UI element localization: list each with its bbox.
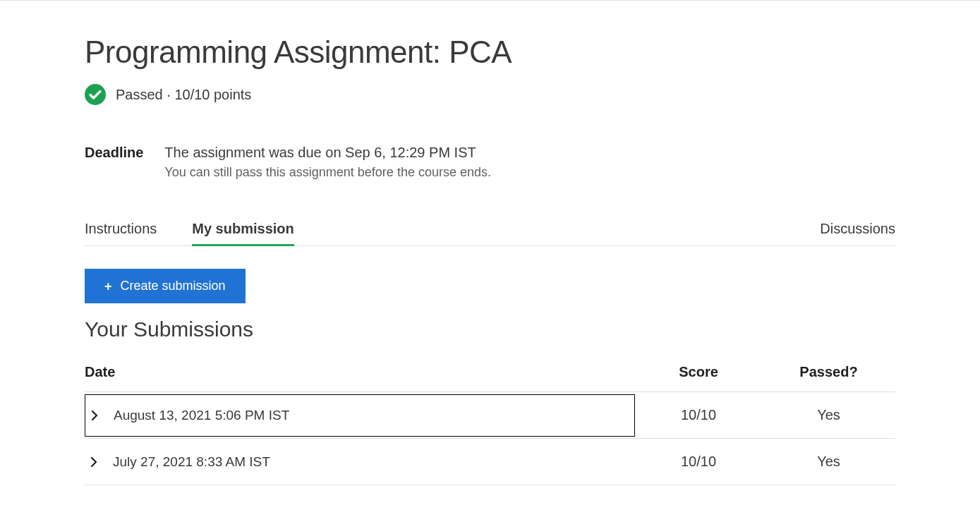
submissions-section-title: Your Submissions: [85, 317, 895, 341]
plus-icon: +: [104, 280, 112, 293]
tab-instructions[interactable]: Instructions: [85, 214, 157, 245]
tab-discussions[interactable]: Discussions: [820, 214, 895, 245]
svg-point-0: [85, 84, 106, 105]
deadline-main-text: The assignment was due on Sep 6, 12:29 P…: [164, 145, 491, 161]
header-date: Date: [85, 364, 635, 380]
submission-score: 10/10: [635, 407, 762, 423]
deadline-sub-text: You can still pass this assignment befor…: [164, 165, 491, 180]
submission-date-cell[interactable]: July 27, 2021 8:33 AM IST: [85, 442, 635, 482]
create-submission-label: Create submission: [121, 279, 226, 293]
deadline-label: Deadline: [85, 145, 143, 180]
submission-date-text: July 27, 2021 8:33 AM IST: [113, 454, 270, 470]
table-header: Date Score Passed?: [85, 364, 895, 392]
check-circle-icon: [85, 84, 106, 105]
submission-score: 10/10: [635, 454, 762, 470]
submission-date-text: August 13, 2021 5:06 PM IST: [114, 408, 289, 423]
submission-passed: Yes: [762, 407, 895, 423]
chevron-right-icon: [87, 456, 100, 468]
header-score: Score: [635, 364, 762, 380]
table-row: July 27, 2021 8:33 AM IST 10/10 Yes: [85, 439, 895, 485]
create-submission-button[interactable]: + Create submission: [85, 269, 246, 303]
table-row: August 13, 2021 5:06 PM IST 10/10 Yes: [85, 392, 895, 439]
header-passed: Passed?: [762, 364, 895, 380]
submissions-table: Date Score Passed? August 13, 2021 5:06 …: [85, 364, 895, 485]
status-row: Passed · 10/10 points: [85, 84, 895, 105]
status-text: Passed · 10/10 points: [116, 87, 251, 103]
page-title: Programming Assignment: PCA: [85, 35, 895, 70]
tabs: Instructions My submission Discussions: [85, 214, 895, 246]
main-container: Programming Assignment: PCA Passed · 10/…: [0, 1, 980, 485]
chevron-right-icon: [88, 409, 101, 422]
tab-my-submission[interactable]: My submission: [192, 214, 294, 246]
deadline-row: Deadline The assignment was due on Sep 6…: [85, 145, 895, 180]
submission-passed: Yes: [762, 454, 895, 470]
deadline-content: The assignment was due on Sep 6, 12:29 P…: [164, 145, 491, 180]
submission-date-cell[interactable]: August 13, 2021 5:06 PM IST: [85, 394, 635, 437]
